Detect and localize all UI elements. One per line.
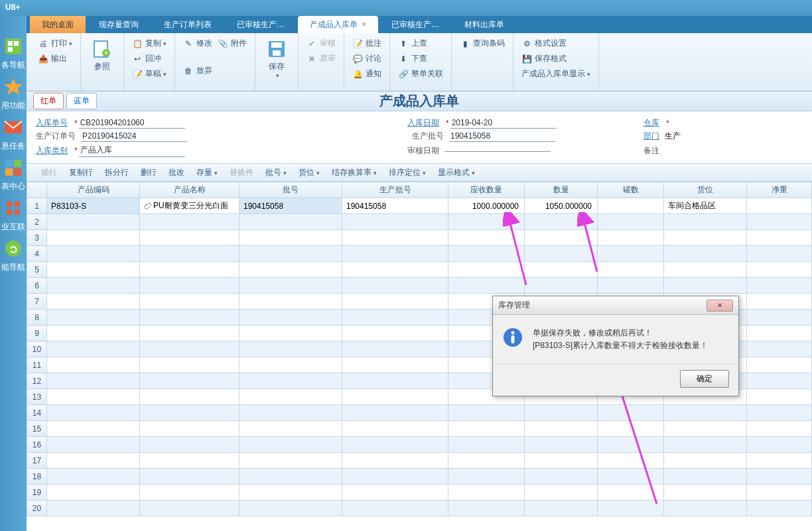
lbl-dept[interactable]: 部门: [643, 131, 659, 142]
cell-plot: 190415058: [342, 198, 448, 214]
svg-rect-7: [14, 160, 21, 167]
lbl-remark: 备注: [643, 145, 659, 156]
side-report[interactable]: 表中心: [1, 157, 25, 192]
side-smart[interactable]: 能导航: [1, 238, 25, 273]
table-row[interactable]: 18: [27, 469, 812, 485]
copy-button[interactable]: 📋复制: [129, 36, 169, 50]
side-nav[interactable]: 各导航: [1, 36, 25, 71]
ref-button[interactable]: +参照: [86, 36, 118, 75]
format-button[interactable]: ⚙格式设置: [519, 36, 593, 50]
audit-button[interactable]: ✔审核: [304, 36, 338, 50]
g-loc[interactable]: 货位: [293, 165, 325, 180]
val-order[interactable]: P20190415024: [81, 131, 187, 142]
val-docno[interactable]: CB201904201060: [79, 117, 185, 129]
left-sidebar: 各导航 用功能 息任务 表中心 业互联 能导航: [0, 16, 27, 531]
tab-stock[interactable]: 现存量查询: [87, 16, 151, 33]
display-button[interactable]: 产成品入库单显示: [519, 67, 593, 81]
draft-button[interactable]: 📝草稿: [129, 67, 169, 81]
g-sort[interactable]: 排序定位: [383, 165, 431, 180]
form: 入库单号*CB201904201060 入库日期*2019-04-20 仓库* …: [27, 111, 812, 163]
sub-bar: 红单 蓝单 产成品入库单: [27, 91, 812, 111]
table-row[interactable]: 6: [27, 278, 812, 294]
g-lot[interactable]: 批号: [260, 165, 292, 180]
svg-rect-9: [14, 168, 21, 176]
table-row[interactable]: 16: [27, 437, 812, 453]
lbl-adate: 审核日期: [407, 145, 439, 156]
tab-orders[interactable]: 生产订单列表: [152, 16, 224, 33]
link-button[interactable]: 🔗整单关联: [395, 67, 446, 81]
tab-desktop[interactable]: 我的桌面: [30, 16, 86, 33]
g-split[interactable]: 拆分行: [100, 165, 134, 180]
svg-rect-12: [7, 209, 12, 215]
lbl-date[interactable]: 入库日期: [407, 117, 439, 129]
tab-outbound[interactable]: 材料出库单: [452, 16, 516, 33]
g-copy[interactable]: 复制行: [64, 165, 98, 180]
attach-button[interactable]: 📎附件: [215, 36, 249, 50]
g-del[interactable]: 删行: [135, 165, 162, 180]
side-fav[interactable]: 用功能: [1, 76, 25, 111]
g-replace[interactable]: 替换件: [224, 165, 259, 180]
svg-rect-6: [5, 160, 13, 167]
val-adate[interactable]: [444, 150, 551, 152]
approve-button[interactable]: 📝批注: [350, 36, 384, 50]
svg-text:+: +: [103, 48, 108, 58]
g-insert[interactable]: 插行: [36, 165, 62, 180]
cell-qty2: 1050.000000: [525, 198, 598, 214]
barcode-button[interactable]: ▮查询条码: [457, 36, 508, 50]
cell-code: P83103-S: [47, 198, 140, 214]
cell-qty1: 1000.000000: [448, 198, 525, 214]
table-row[interactable]: 1 P83103-S PU耐黄变三分光白面 190415058 19041505…: [27, 198, 812, 214]
lbl-batch: 生产批号: [412, 131, 444, 142]
lbl-docno[interactable]: 入库单号: [36, 117, 68, 129]
val-batch[interactable]: 190415058: [449, 131, 555, 142]
tab-approved2[interactable]: 已审核生产…: [379, 16, 451, 33]
g-rate[interactable]: 结存换算率: [326, 165, 382, 180]
table-row[interactable]: 19: [27, 485, 812, 501]
dialog-message: 单据保存失败，修改或稍后再试！ [P83103-S]累计入库数量不得大于检验接收…: [533, 327, 708, 352]
lbl-type[interactable]: 入库类别: [36, 145, 68, 156]
lbl-wh[interactable]: 仓库: [643, 117, 659, 129]
table-row[interactable]: 2: [27, 214, 812, 230]
g-disp[interactable]: 显示格式: [433, 165, 480, 180]
chat-button[interactable]: 💬讨论: [350, 52, 384, 66]
tab-inbound[interactable]: 产成品入库单×: [298, 16, 378, 33]
discard-button[interactable]: 🗑放弃: [180, 64, 215, 78]
abandon-button: ✖弃审: [304, 52, 338, 66]
dialog-close[interactable]: ✕: [707, 300, 733, 312]
down-button[interactable]: ⬇下查: [395, 52, 446, 66]
lbl-order: 生产订单号: [36, 131, 76, 142]
table-row[interactable]: 15: [27, 421, 812, 437]
dialog-title: 库存管理✕: [493, 296, 738, 315]
g-stock[interactable]: 存量: [191, 165, 223, 180]
cell-loc: 车间合格品区: [664, 198, 747, 214]
red-pill[interactable]: 红单: [33, 93, 64, 109]
g-batch[interactable]: 批改: [163, 165, 190, 180]
output-button[interactable]: 📤输出: [35, 52, 75, 66]
svg-rect-19: [271, 42, 282, 48]
side-cloud[interactable]: 业互联: [1, 198, 25, 233]
val-date[interactable]: 2019-04-20: [450, 117, 557, 129]
modify-button[interactable]: ✎修改: [180, 36, 215, 50]
save-button[interactable]: 保存: [261, 36, 293, 82]
val-type[interactable]: 产品入库: [79, 144, 185, 157]
svg-rect-2: [14, 41, 19, 46]
blue-pill[interactable]: 蓝单: [66, 93, 97, 109]
tab-approved1[interactable]: 已审核生产…: [225, 16, 297, 33]
attachment-icon: [144, 202, 152, 210]
print-button[interactable]: 🖨打印: [35, 36, 75, 50]
table-row[interactable]: 17: [27, 453, 812, 469]
side-msg[interactable]: 息任务: [1, 117, 25, 152]
up-button[interactable]: ⬆上查: [395, 36, 446, 50]
cell-name: PU耐黄变三分光白面: [140, 198, 239, 214]
ok-button[interactable]: 确定: [680, 370, 729, 388]
table-row[interactable]: 5: [27, 262, 812, 278]
notify-button[interactable]: 🔔通知: [350, 67, 384, 81]
svg-rect-27: [511, 335, 515, 343]
close-icon[interactable]: ×: [362, 20, 366, 29]
table-row[interactable]: 14: [27, 405, 812, 421]
undo-button[interactable]: ↩回冲: [129, 52, 169, 66]
savefmt-button[interactable]: 💾保存格式: [519, 52, 593, 66]
table-row[interactable]: 20: [27, 501, 812, 516]
table-row[interactable]: 4: [27, 246, 812, 262]
table-row[interactable]: 3: [27, 230, 812, 246]
